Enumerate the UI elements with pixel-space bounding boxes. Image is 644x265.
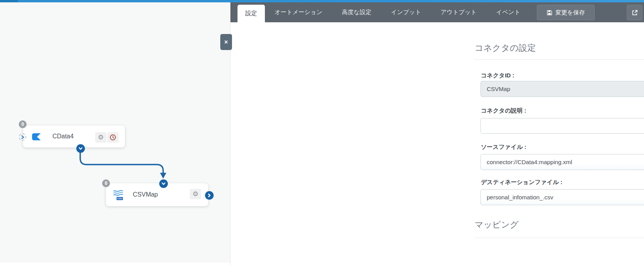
connector-settings-title: コネクタの設定 bbox=[475, 42, 536, 54]
settings-panel: 設定 オートメーション 高度な設定 インプット アウトプット イベント 変更を保… bbox=[230, 2, 644, 265]
connector-description-textarea[interactable] bbox=[480, 118, 644, 134]
node-settings-gear-icon[interactable]: ⚙ bbox=[95, 132, 106, 143]
save-floppy-icon bbox=[547, 10, 552, 16]
node-schedule-clock-icon[interactable] bbox=[107, 132, 119, 143]
connector-id-label: コネクタID : bbox=[481, 72, 514, 79]
tab-output[interactable]: アウトプット bbox=[431, 2, 486, 22]
tab-settings[interactable]: 設定 bbox=[237, 5, 265, 22]
destination-file-select[interactable]: personal_infomation_.csv bbox=[480, 189, 644, 205]
flow-canvas[interactable]: 0 CData4 ⚙ bbox=[0, 2, 231, 265]
node-settings-gear-icon[interactable]: ⚙ bbox=[190, 189, 201, 199]
output-port-icon[interactable] bbox=[205, 191, 214, 200]
chevron-down-icon bbox=[78, 146, 83, 151]
divider bbox=[475, 238, 644, 238]
external-link-button[interactable] bbox=[627, 5, 642, 20]
source-file-label: ソースファイル : bbox=[481, 143, 526, 151]
destination-file-value: personal_infomation_.csv bbox=[487, 194, 553, 201]
source-file-value: connector://CData4:mapping.xml bbox=[487, 159, 572, 165]
tab-advanced-settings[interactable]: 高度な設定 bbox=[332, 2, 381, 22]
save-changes-label: 変更を保存 bbox=[556, 9, 585, 16]
tab-automation[interactable]: オートメーション bbox=[265, 2, 332, 22]
app-screen: 0 CData4 ⚙ bbox=[0, 0, 644, 265]
chevron-right-icon bbox=[207, 193, 212, 198]
close-panel-button[interactable]: × bbox=[220, 34, 232, 50]
external-link-icon bbox=[631, 9, 638, 16]
tab-bar: 設定 オートメーション 高度な設定 インプット アウトプット イベント 変更を保… bbox=[230, 2, 644, 22]
node-actions: ⚙ bbox=[190, 189, 201, 199]
save-changes-button[interactable]: 変更を保存 bbox=[537, 5, 595, 20]
canvas-scroll-track bbox=[0, 263, 231, 265]
tab-input[interactable]: インプット bbox=[381, 2, 431, 22]
destination-file-label: デスティネーションファイル : bbox=[481, 179, 562, 186]
source-file-select[interactable]: connector://CData4:mapping.xml bbox=[480, 154, 644, 170]
tab-events[interactable]: イベント bbox=[486, 2, 530, 22]
mapping-title: マッピング bbox=[475, 219, 519, 231]
connector-id-input[interactable] bbox=[480, 81, 644, 97]
output-port-icon[interactable] bbox=[76, 144, 85, 153]
node-csvmap[interactable]: 0 CSV CSVMap ⚙ bbox=[106, 183, 209, 206]
node-cdata4[interactable]: 0 CData4 ⚙ bbox=[23, 125, 125, 148]
divider bbox=[475, 59, 644, 60]
connector-description-label: コネクタの説明 : bbox=[481, 107, 526, 115]
node-actions: ⚙ bbox=[95, 132, 119, 143]
